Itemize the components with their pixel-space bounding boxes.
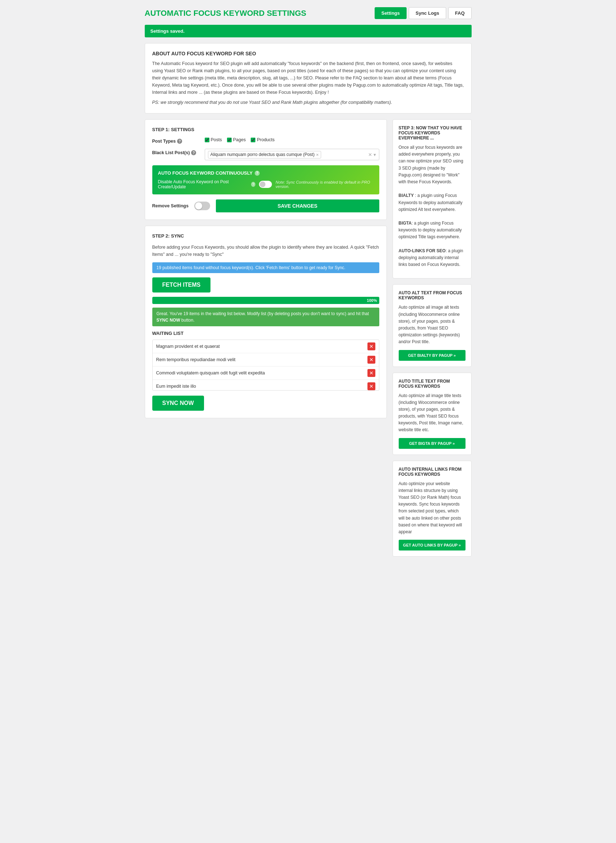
auto-focus-row: Disable Auto Focus Keyword on Post Creat… xyxy=(158,179,374,189)
remove-settings-toggle[interactable] xyxy=(194,201,210,210)
blacklist-label: Black List Post(s) ? xyxy=(152,149,199,155)
checkbox-posts[interactable]: Posts xyxy=(205,137,222,142)
step3-title: STEP 3: NOW THAT YOU HAVE FOCUS KEYWORDS… xyxy=(399,125,465,141)
about-paragraph-1: The Automatic Focus keyword for SEO plug… xyxy=(152,60,464,96)
auto-focus-toggle[interactable] xyxy=(259,181,272,188)
post-types-control: Posts Pages Products xyxy=(205,137,379,142)
bialty-button[interactable]: GET BIALTY BY PAGUP » xyxy=(399,350,465,361)
main-layout: STEP 1: SETTINGS Post Types ? Posts xyxy=(145,119,472,562)
delete-item-3-button[interactable]: ✕ xyxy=(367,382,375,390)
autolinks-card: AUTO INTERNAL LINKS FROM FOCUS KEYWORDS … xyxy=(393,461,472,557)
delete-item-1-button[interactable]: ✕ xyxy=(367,356,375,364)
list-item: Commodi voluptatem quisquam odit fugit v… xyxy=(153,367,379,380)
bialty-body: Auto optimize all image alt texts (inclu… xyxy=(399,304,465,345)
faq-button[interactable]: FAQ xyxy=(448,7,472,19)
page-header: AUTOMATIC FOCUS KEYWORD SETTINGS Setting… xyxy=(145,7,472,19)
dropdown-icon[interactable]: ▾ xyxy=(374,152,376,157)
about-body: The Automatic Focus keyword for SEO plug… xyxy=(152,60,464,106)
tag-select-actions: ✕ ▾ xyxy=(368,152,376,157)
waiting-list-box: Magnam provident et et quaerat ✕ Rem tem… xyxy=(152,339,379,391)
about-title: ABOUT AUTO FOCUS KEYWORD FOR SEO xyxy=(152,51,464,56)
autolinks-button[interactable]: GET AUTO LINKS BY PAGUP » xyxy=(399,540,465,551)
list-item: Magnam provident et et quaerat ✕ xyxy=(153,340,379,353)
header-buttons: Settings Sync Logs FAQ xyxy=(375,7,472,19)
bialty-card: AUTO ALT TEXT FROM FOCUS KEYWORDS Auto o… xyxy=(393,284,472,367)
progress-label: 100% xyxy=(367,298,377,303)
bigta-card: AUTO TITLE TEXT FROM FOCUS KEYWORDS Auto… xyxy=(393,373,472,455)
notice-saved: Settings saved. xyxy=(145,25,472,37)
step2-card: STEP 2: SYNC Before adding your Focus Ke… xyxy=(145,226,387,418)
auto-focus-help-icon[interactable]: ? xyxy=(255,171,260,176)
post-types-label: Post Types ? xyxy=(152,137,199,144)
info-green-message: Great. You've 19 items in the waiting li… xyxy=(152,308,379,326)
checkbox-products[interactable]: Products xyxy=(251,137,274,142)
bigta-title: AUTO TITLE TEXT FROM FOCUS KEYWORDS xyxy=(399,379,465,389)
auto-focus-box: AUTO FOCUS KEYWORD CONTINUOUSLY ? Disabl… xyxy=(152,165,379,194)
about-paragraph-2: PS: we strongly recommend that you do no… xyxy=(152,99,464,106)
delete-item-0-button[interactable]: ✕ xyxy=(367,342,375,350)
disable-help-icon[interactable]: ? xyxy=(251,182,256,187)
step3-body: Once all your focus keywords are added e… xyxy=(399,144,465,268)
main-left: STEP 1: SETTINGS Post Types ? Posts xyxy=(145,119,387,424)
autolinks-body: Auto optimize your website internal link… xyxy=(399,480,465,536)
remove-settings-label: Remove Settings xyxy=(152,203,189,209)
progress-bar: 100% xyxy=(152,297,379,304)
page-title: AUTOMATIC FOCUS KEYWORD SETTINGS xyxy=(145,9,307,18)
sync-now-button[interactable]: SYNC NOW xyxy=(152,396,204,411)
step1-title: STEP 1: SETTINGS xyxy=(152,127,379,132)
blacklist-row: Black List Post(s) ? Aliquam numquam por… xyxy=(152,149,379,160)
step3-card: STEP 3: NOW THAT YOU HAVE FOCUS KEYWORDS… xyxy=(393,119,472,279)
blacklist-tag: Aliquam numquam porro delectus quas cumq… xyxy=(208,151,321,159)
blacklist-control: Aliquam numquam porro delectus quas cumq… xyxy=(205,149,379,160)
blacklist-help-icon[interactable]: ? xyxy=(191,150,196,155)
waiting-list-scroll[interactable]: Magnam provident et et quaerat ✕ Rem tem… xyxy=(153,340,379,390)
auto-focus-title: AUTO FOCUS KEYWORD CONTINUOUSLY ? xyxy=(158,170,374,176)
about-card: ABOUT AUTO FOCUS KEYWORD FOR SEO The Aut… xyxy=(145,43,472,113)
step2-description: Before adding your Focus Keywords, you s… xyxy=(152,244,379,258)
post-types-help-icon[interactable]: ? xyxy=(177,139,182,144)
info-blue-message: 19 published items found without focus k… xyxy=(152,262,379,273)
settings-button[interactable]: Settings xyxy=(375,7,406,19)
fetch-items-button[interactable]: FETCH ITEMS xyxy=(152,278,211,292)
step2-title: STEP 2: SYNC xyxy=(152,233,379,239)
blacklist-select[interactable]: Aliquam numquam porro delectus quas cumq… xyxy=(205,149,379,160)
progress-bar-fill xyxy=(152,297,379,304)
list-item: Eum impedit iste illo ✕ xyxy=(153,380,379,390)
sync-logs-button[interactable]: Sync Logs xyxy=(409,7,446,19)
clear-icon[interactable]: ✕ xyxy=(368,152,372,157)
save-changes-button[interactable]: SAVE CHANGES xyxy=(216,200,379,212)
autolinks-title: AUTO INTERNAL LINKS FROM FOCUS KEYWORDS xyxy=(399,467,465,477)
bialty-title: AUTO ALT TEXT FROM FOCUS KEYWORDS xyxy=(399,290,465,300)
checkbox-group: Posts Pages Products xyxy=(205,137,379,142)
save-row: Remove Settings SAVE CHANGES xyxy=(152,200,379,212)
bigta-body: Auto optimize all image title texts (inc… xyxy=(399,392,465,434)
step1-card: STEP 1: SETTINGS Post Types ? Posts xyxy=(145,119,387,220)
post-types-row: Post Types ? Posts Pages Pr xyxy=(152,137,379,144)
bigta-button[interactable]: GET BIGTA BY PAGUP » xyxy=(399,438,465,449)
tag-close-icon[interactable]: × xyxy=(316,152,319,157)
checkbox-pages[interactable]: Pages xyxy=(227,137,246,142)
main-right: STEP 3: NOW THAT YOU HAVE FOCUS KEYWORDS… xyxy=(393,119,472,562)
delete-item-2-button[interactable]: ✕ xyxy=(367,369,375,377)
waiting-list-title: WAITING LIST xyxy=(152,330,379,336)
list-item: Rem temporibus repudiandae modi velit ✕ xyxy=(153,353,379,367)
